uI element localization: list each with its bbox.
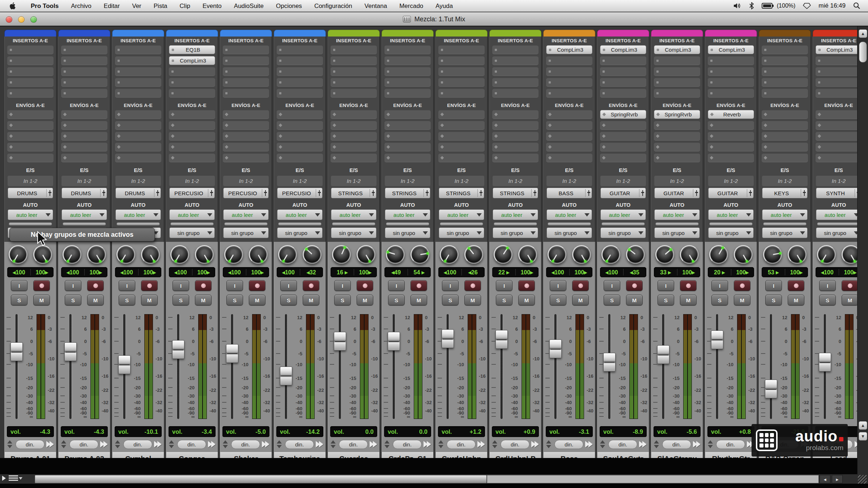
dyn-button[interactable]: din. — [608, 440, 637, 449]
stepper-icons[interactable] — [492, 440, 498, 448]
send-slot[interactable] — [7, 132, 54, 141]
pan-left-value[interactable]: 16 ▸ — [331, 269, 354, 276]
group-id-bar[interactable] — [224, 222, 268, 226]
auto-mode-selector[interactable]: auto leer — [223, 209, 269, 220]
record-button[interactable] — [464, 280, 481, 291]
record-button[interactable] — [572, 280, 589, 291]
pan-knob-right[interactable] — [303, 245, 322, 264]
output-selector[interactable]: GUITAR — [600, 188, 646, 198]
auto-mode-selector[interactable]: auto leer — [600, 209, 646, 220]
input-monitor-button[interactable]: I — [226, 280, 243, 291]
input-monitor-button[interactable]: I — [388, 280, 405, 291]
output-selector[interactable]: DRUMS — [8, 188, 53, 198]
insert-slot[interactable] — [61, 78, 107, 87]
volume-display[interactable]: vol. 0.0 — [384, 426, 431, 437]
record-button[interactable] — [842, 280, 858, 291]
insert-slot[interactable] — [438, 67, 485, 76]
solo-button[interactable]: S — [334, 295, 351, 305]
record-button[interactable] — [303, 280, 319, 291]
group-selector[interactable]: sin grupo — [546, 227, 592, 238]
send-slot[interactable] — [708, 132, 754, 141]
record-button[interactable] — [410, 280, 427, 291]
scroll-right-button[interactable]: ▸ — [832, 475, 843, 483]
insert-slot[interactable] — [331, 45, 377, 54]
stepper-icons[interactable] — [438, 440, 444, 448]
send-slot[interactable] — [708, 142, 754, 151]
record-button[interactable] — [734, 280, 750, 291]
pan-knob-right[interactable] — [788, 245, 807, 264]
send-slot[interactable] — [7, 121, 54, 130]
scroll-left-button[interactable]: ◂ — [820, 475, 830, 483]
input-selector[interactable]: In 1-2 — [223, 175, 269, 186]
send-slot[interactable] — [816, 132, 862, 141]
send-slot[interactable] — [492, 132, 539, 141]
insert-slot[interactable] — [7, 45, 54, 54]
vertical-scroll-thumb[interactable] — [859, 42, 867, 63]
mute-button[interactable]: M — [357, 295, 373, 305]
expand-icon[interactable] — [47, 441, 54, 448]
menu-item-ver[interactable]: Ver — [126, 0, 148, 12]
auto-mode-selector[interactable]: auto leer — [115, 209, 161, 220]
insert-slot[interactable] — [492, 78, 539, 87]
input-monitor-button[interactable]: I — [442, 280, 459, 291]
group-selector[interactable]: sin grupo — [600, 227, 646, 238]
auto-mode-selector[interactable]: auto leer — [708, 209, 754, 220]
solo-button[interactable]: S — [280, 295, 297, 305]
solo-button[interactable]: S — [711, 295, 728, 305]
input-monitor-button[interactable]: I — [711, 280, 728, 291]
insert-slot[interactable]: CompLim3 — [600, 45, 646, 54]
group-id-bar[interactable] — [709, 222, 753, 226]
input-selector[interactable]: In 1-2 — [439, 175, 484, 186]
send-slot[interactable] — [331, 121, 377, 130]
insert-slot[interactable] — [331, 78, 377, 87]
volume-display[interactable]: vol. -8.9 — [600, 426, 647, 437]
send-slot[interactable] — [331, 132, 377, 141]
menu-item-audiosuite[interactable]: AudioSuite — [228, 0, 270, 12]
record-button[interactable] — [33, 280, 50, 291]
group-id-bar[interactable] — [817, 222, 860, 226]
dyn-button[interactable]: din. — [447, 440, 476, 449]
dyn-button[interactable]: din. — [393, 440, 422, 449]
pan-knob-left[interactable] — [224, 245, 243, 264]
group-selector[interactable]: sin grupo — [762, 227, 808, 238]
mute-button[interactable]: M — [141, 295, 158, 305]
group-selector[interactable]: sin grupo — [385, 227, 430, 238]
group-id-bar[interactable] — [386, 222, 429, 226]
group-id-bar[interactable] — [332, 222, 375, 226]
input-selector[interactable]: In 1-2 — [708, 175, 754, 186]
insert-slot[interactable] — [277, 78, 323, 87]
mute-button[interactable]: M — [464, 295, 481, 305]
pan-left-value[interactable]: 53 ▸ — [762, 269, 785, 276]
input-monitor-button[interactable]: I — [11, 280, 27, 291]
input-selector[interactable]: In 1-2 — [546, 175, 592, 186]
pan-left-value[interactable]: ◂100 — [277, 269, 300, 276]
output-selector[interactable]: GUITAR — [654, 188, 700, 198]
insert-slot[interactable] — [331, 67, 377, 76]
pan-knob-left[interactable] — [548, 245, 566, 264]
group-selector[interactable]: sin grupo — [654, 227, 700, 238]
send-slot[interactable] — [384, 121, 431, 130]
send-slot[interactable] — [438, 153, 485, 162]
pan-right-value[interactable]: ◂32 — [300, 269, 323, 276]
send-slot[interactable] — [816, 142, 862, 151]
send-slot[interactable] — [7, 110, 54, 119]
expand-icon[interactable] — [371, 441, 377, 448]
send-slot[interactable] — [223, 110, 269, 119]
send-slot[interactable] — [438, 110, 485, 119]
pan-display[interactable]: ◂100 ◂35 — [600, 267, 646, 277]
menu-item-editar[interactable]: Editar — [98, 0, 126, 12]
insert-slot[interactable] — [816, 56, 862, 65]
pan-left-value[interactable]: ◂49 — [385, 269, 408, 276]
send-slot[interactable] — [546, 142, 592, 151]
auto-mode-selector[interactable]: auto leer — [385, 209, 430, 220]
output-selector[interactable]: STRINGS — [493, 188, 538, 198]
pan-right-value[interactable]: 100▸ — [785, 269, 808, 276]
pan-knob-right[interactable] — [680, 245, 699, 264]
insert-slot[interactable] — [546, 56, 592, 65]
pan-left-value[interactable]: ◂100 — [8, 269, 30, 276]
send-slot[interactable] — [600, 153, 646, 162]
send-slot[interactable] — [169, 142, 215, 151]
input-selector[interactable]: In 1-2 — [277, 175, 323, 186]
horizontal-scroll-thumb[interactable] — [35, 475, 487, 483]
insert-slot[interactable] — [115, 89, 161, 98]
